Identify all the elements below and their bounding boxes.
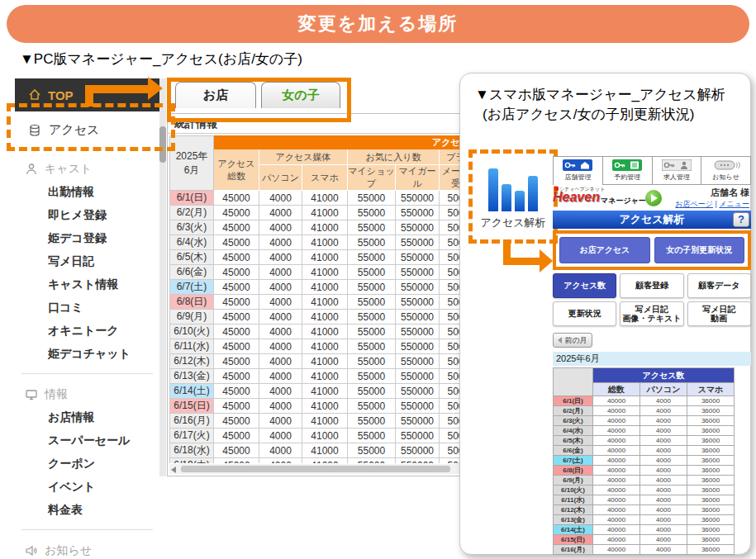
sidebar-item-notice[interactable]: お知らせ — [15, 543, 159, 558]
value-cell: 36000 — [687, 476, 735, 486]
table-row: 6/18(水)4500040004100055000550000500 — [170, 443, 463, 458]
tab-girls[interactable]: 女の子 — [261, 82, 340, 108]
sidebar-item-coupon[interactable]: クーポン — [15, 457, 159, 471]
play-icon[interactable] — [645, 190, 662, 206]
sidebar-item-okinitalk[interactable]: オキニトーク — [15, 324, 159, 339]
value-cell: 500 — [440, 399, 463, 414]
table-row: 6/15(日)40000400036000 — [554, 535, 735, 545]
corner-cell — [554, 368, 593, 396]
value-cell: 500 — [440, 280, 463, 295]
value-cell: 4000 — [640, 545, 687, 555]
value-cell: 36000 — [687, 406, 735, 416]
value-cell: 41000 — [302, 265, 348, 280]
access-count-button[interactable]: アクセス数 — [553, 273, 616, 298]
value-cell: 4000 — [259, 458, 302, 464]
bar-chart-icon[interactable] — [485, 163, 541, 211]
vertical-scrollbar-thumb[interactable] — [159, 126, 166, 163]
sidebar-item-cast-info[interactable]: キャスト情報 — [15, 277, 159, 292]
value-cell: 40000 — [593, 515, 640, 525]
value-cell: 55000 — [348, 443, 396, 458]
value-cell: 500 — [440, 191, 463, 206]
manager-logo-text: マネージャー — [601, 196, 646, 206]
annotation-arrow-2 — [503, 258, 540, 265]
date-cell: 6/7(土) — [554, 456, 593, 466]
sidebar-item-shop-info[interactable]: お店情報 — [15, 410, 159, 425]
value-cell: 41000 — [302, 414, 348, 429]
tab-shop[interactable]: お店 — [175, 82, 256, 108]
sidebar-item-sokuhime[interactable]: 即ヒメ登録 — [15, 208, 159, 223]
phone-tab-notice[interactable]: お知らせ — [701, 156, 751, 185]
date-cell: 6/12(木) — [170, 354, 214, 369]
value-cell: 4000 — [640, 456, 687, 466]
value-cell: 4000 — [640, 535, 687, 545]
sidebar-item-pricelist[interactable]: 料金表 — [15, 503, 159, 518]
sidebar-item-kuchikomi[interactable]: 口コミ — [15, 301, 159, 315]
sidebar-item-supersale[interactable]: スーパーセール — [15, 433, 159, 448]
value-cell: 55000 — [348, 280, 396, 295]
phone-tab-shop-management[interactable]: 店舗管理 — [553, 156, 603, 185]
sidebar-item-himedeco-reg[interactable]: 姫デコ登録 — [15, 231, 159, 246]
value-cell: 500 — [440, 384, 463, 399]
help-button[interactable]: ? — [733, 212, 749, 227]
table-row: 6/7(土)40000400036000 — [554, 456, 735, 466]
value-cell: 4000 — [259, 354, 302, 369]
sidebar-item-access[interactable]: アクセス — [15, 111, 159, 149]
diary-video-button[interactable]: 写メ日記 動画 — [687, 301, 751, 326]
value-cell: 45000 — [214, 220, 259, 235]
phone-tab-reservation[interactable]: 予約管理 — [603, 156, 653, 185]
horizontal-scrollbar-thumb[interactable] — [181, 466, 450, 472]
value-cell: 45000 — [214, 429, 259, 443]
col-header-total: 総数 — [593, 383, 640, 396]
value-cell: 41000 — [302, 325, 348, 339]
value-cell: 40000 — [593, 436, 640, 446]
value-cell: 40000 — [593, 545, 640, 555]
table-row: 6/12(木)4500040004100055000550000500 — [170, 354, 463, 369]
customer-register-button[interactable]: 顧客登録 — [620, 273, 683, 298]
menu-link[interactable]: メニュー — [719, 200, 749, 208]
shop-access-button[interactable]: お店アクセス — [559, 237, 650, 263]
girl-update-status-button[interactable]: 女の子別更新状況 — [654, 237, 745, 263]
date-cell: 6/1(日) — [554, 396, 593, 406]
date-cell: 6/18(水) — [170, 443, 214, 458]
value-cell: 4000 — [259, 339, 302, 354]
date-cell: 6/19(木) — [170, 458, 214, 464]
customer-data-button[interactable]: 顧客データ — [687, 273, 751, 298]
diary-image-text-button[interactable]: 写メ日記 画像・テキスト — [620, 301, 683, 326]
value-cell: 550000 — [396, 369, 440, 384]
phone-tab-recruiting[interactable]: 求人管理 — [653, 156, 702, 185]
sidebar-item-himedeco-chat[interactable]: 姫デコチャット — [15, 347, 159, 362]
value-cell: 41000 — [302, 295, 348, 310]
value-cell: 40000 — [593, 416, 640, 426]
previous-month-button[interactable]: 前の月 — [553, 333, 592, 348]
date-cell: 6/11(水) — [170, 339, 214, 354]
value-cell: 45000 — [214, 295, 259, 310]
value-cell: 4000 — [259, 399, 302, 414]
date-cell: 6/1(日) — [170, 191, 214, 206]
shop-page-link[interactable]: お店ページ — [675, 200, 713, 208]
value-cell: 4000 — [259, 265, 302, 280]
stats-table: 2025年 6月 アクセス アクセス総数 アクセス媒体 お気に入り数 プラ パソ… — [169, 135, 462, 463]
value-cell: 40000 — [593, 525, 640, 535]
value-cell: 4000 — [259, 429, 302, 443]
value-cell: 500 — [440, 443, 463, 458]
value-cell: 4000 — [259, 384, 302, 399]
sidebar-item-diary[interactable]: 写メ日記 — [15, 254, 159, 269]
date-cell: 6/6(金) — [170, 265, 214, 280]
table-row: 6/4(水)4500040004100055000550000500 — [170, 235, 463, 250]
update-status-button[interactable]: 更新状況 — [553, 301, 616, 326]
value-cell: 36000 — [687, 535, 735, 545]
scroll-left-icon[interactable] — [171, 467, 176, 473]
col-header-myshop: マイショップ — [348, 165, 396, 191]
value-cell: 36000 — [687, 446, 735, 456]
col-header-mail-clipped: メール受 — [440, 165, 463, 191]
value-cell: 550000 — [396, 443, 440, 458]
value-cell: 550000 — [396, 206, 440, 220]
main-buttons-highlight-box: お店アクセス 女の子別更新状況 — [553, 230, 751, 270]
table-row: 6/8(日)4500040004100055000550000500 — [170, 295, 463, 310]
value-cell: 41000 — [302, 354, 348, 369]
value-cell: 41000 — [302, 280, 348, 295]
sidebar-item-attendance[interactable]: 出勤情報 — [15, 185, 159, 200]
horizontal-scrollbar[interactable] — [169, 464, 462, 474]
value-cell: 500 — [440, 295, 463, 310]
sidebar-item-event[interactable]: イベント — [15, 480, 159, 495]
